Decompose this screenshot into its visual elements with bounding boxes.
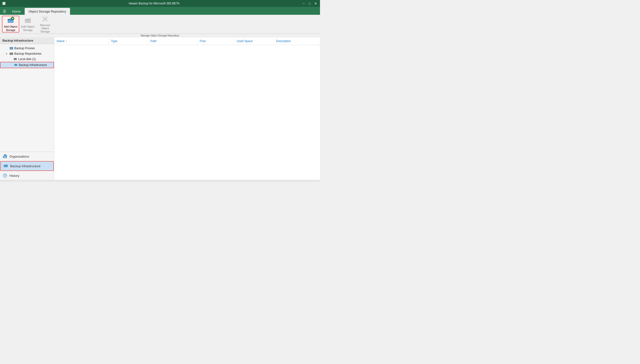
svg-point-32 [5,175,6,176]
ribbon: Add Object Storage Edit Object Storage [0,15,320,38]
table-body [54,45,320,180]
tab-home[interactable]: Home [8,8,25,15]
column-type[interactable]: Type [109,38,148,45]
sidebar-item-backup-repositories[interactable]: ▾ Backup Repositories [0,51,54,56]
column-used-space[interactable]: Used Space [234,38,274,45]
remove-object-storage-button[interactable]: Remove Object Storage [37,16,54,32]
svg-rect-34 [6,175,7,176]
sidebar-item-local-disk[interactable]: Local disk (1) [0,56,54,62]
add-object-storage-icon [7,16,15,24]
local-disk-label: Local disk (1) [18,58,36,61]
backup-proxies-icon: V [9,46,13,50]
object-storage-label: Backup Infrastructure [19,63,47,67]
svg-rect-17 [10,53,11,53]
tab-object-storage-repository[interactable]: Object Storage Repository [25,8,70,15]
svg-rect-23 [15,64,17,64]
svg-rect-6 [12,18,13,19]
sidebar-item-object-storage[interactable]: Backup Infrastructure [0,62,54,68]
expand-icon-repos: ▾ [6,52,9,55]
nav-item-backup-infrastructure[interactable]: Backup Infrastructure [0,161,54,171]
svg-text:V: V [10,48,12,49]
tree-area: V Backup Proxies ▾ Backup Repositories [0,44,54,152]
remove-object-storage-label: Remove Object Storage [38,24,52,34]
backup-proxies-label: Backup Proxies [14,46,35,50]
backup-repositories-icon [9,52,13,56]
window-title: Veeam Backup for Microsoft 365 BETA [7,2,301,5]
window-controls: − □ ✕ [301,1,318,6]
tab-bar: ☰ Home Object Storage Repository [0,7,320,15]
object-storage-icon [14,63,18,67]
maximize-button[interactable]: □ [307,1,312,6]
column-name[interactable]: Name ↑ [54,38,109,45]
table-header: Name ↑ Type Path Free Used Space Descrip… [54,38,320,45]
organizations-icon [3,154,8,159]
local-disk-icon [13,57,17,61]
history-label: History [9,174,19,178]
app-logo [2,1,7,6]
sort-icon-name: ↑ [66,40,67,43]
backup-infrastructure-label: Backup Infrastructure [10,164,41,168]
backup-infrastructure-icon [3,164,8,168]
svg-rect-24 [3,156,5,158]
ribbon-group-label: Manage Object Storage Repository [0,34,320,38]
svg-rect-29 [4,165,5,166]
nav-item-organizations[interactable]: Organizations [0,152,54,161]
column-free[interactable]: Free [197,38,234,45]
add-object-storage-button[interactable]: Add Object Storage [2,16,19,32]
remove-object-storage-icon [41,15,49,23]
title-bar: Veeam Backup for Microsoft 365 BETA − □ … [0,0,320,7]
sidebar-section-label: Backup Infrastructure [0,38,54,44]
nav-item-history[interactable]: History [0,171,54,180]
minimize-button[interactable]: − [301,1,306,6]
column-description[interactable]: Description [274,38,320,45]
close-button[interactable]: ✕ [313,1,318,6]
edit-object-storage-icon [24,16,32,24]
hamburger-menu[interactable]: ☰ [1,8,8,15]
svg-rect-30 [4,166,8,166]
svg-rect-0 [3,2,6,5]
add-object-storage-label: Add Object Storage [4,25,18,32]
content-area: Name ↑ Type Path Free Used Space Descrip… [54,38,320,180]
svg-point-20 [16,58,16,59]
sidebar: Backup Infrastructure V Backup Proxies ▾ [0,38,54,180]
status-bar [0,180,320,182]
svg-rect-19 [14,58,17,59]
bottom-nav: Organizations Backup Infrastructure [0,152,54,180]
organizations-label: Organizations [9,155,29,158]
column-path[interactable]: Path [148,38,197,45]
sidebar-item-backup-proxies[interactable]: V Backup Proxies [0,46,54,51]
svg-rect-26 [4,154,6,156]
history-icon [3,173,8,178]
backup-repositories-label: Backup Repositories [14,52,42,56]
main-layout: Backup Infrastructure V Backup Proxies ▾ [0,38,320,180]
svg-rect-33 [5,174,5,175]
edit-object-storage-label: Edit Object Storage [21,25,35,32]
edit-object-storage-button[interactable]: Edit Object Storage [19,16,37,32]
